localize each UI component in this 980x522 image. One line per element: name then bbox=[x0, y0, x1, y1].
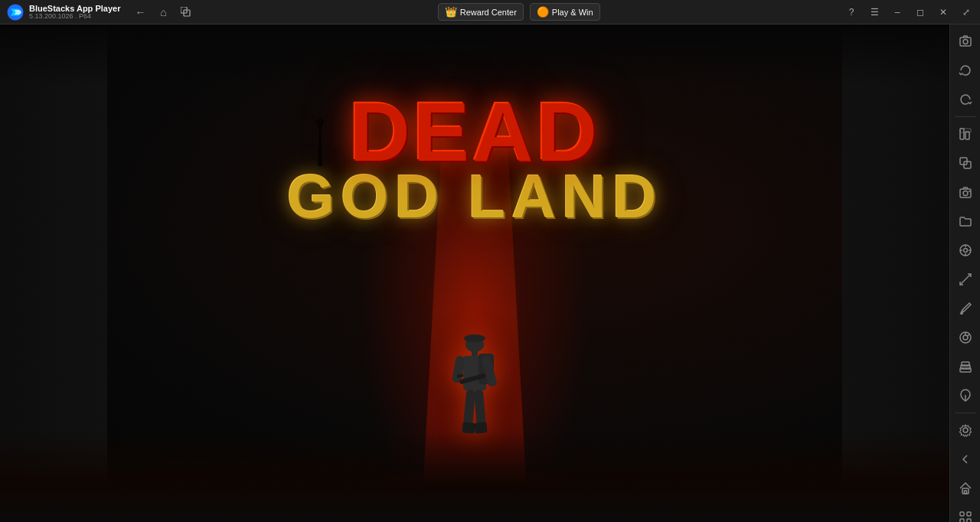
titlebar-center: 👑 Reward Center 🟠 Play & Win bbox=[197, 3, 841, 21]
folder-icon[interactable] bbox=[952, 207, 979, 235]
titlebar: BlueStacks App Player 5.13.200.1026 . P6… bbox=[0, 0, 980, 24]
play-win-label: Play & Win bbox=[552, 8, 593, 17]
soldier-silhouette bbox=[440, 331, 509, 461]
controls-icon[interactable] bbox=[952, 237, 979, 264]
svg-rect-49 bbox=[967, 519, 971, 522]
svg-point-26 bbox=[963, 191, 968, 196]
svg-rect-25 bbox=[960, 189, 971, 197]
macro-icon[interactable] bbox=[952, 324, 979, 351]
sidebar-divider-2 bbox=[955, 413, 976, 413]
help-button[interactable]: ? bbox=[841, 2, 862, 23]
svg-rect-7 bbox=[472, 351, 478, 356]
close-button[interactable]: ✕ bbox=[933, 2, 954, 23]
back-button[interactable]: ← bbox=[129, 2, 151, 23]
reward-icon: 👑 bbox=[445, 6, 457, 18]
titlebar-left: BlueStacks App Player 5.13.200.1026 . P6… bbox=[0, 3, 120, 21]
rotate-icon[interactable] bbox=[952, 57, 979, 84]
game-viewport[interactable]: DEAD GOD LAND bbox=[0, 24, 949, 522]
svg-point-33 bbox=[963, 249, 967, 253]
svg-rect-22 bbox=[960, 129, 971, 132]
svg-rect-41 bbox=[962, 362, 969, 366]
game-title: DEAD GOD LAND bbox=[283, 93, 666, 232]
settings-icon[interactable] bbox=[952, 416, 979, 444]
multiinstance-button[interactable] bbox=[175, 2, 197, 23]
sidebar-apps-icon[interactable] bbox=[952, 504, 979, 522]
home-button[interactable]: ⌂ bbox=[152, 2, 174, 23]
dead-text: DEAD bbox=[283, 93, 666, 169]
eco-icon[interactable] bbox=[952, 382, 979, 409]
stack-icon[interactable] bbox=[952, 353, 979, 380]
fullscreen-button[interactable]: ⤢ bbox=[956, 2, 977, 23]
bluestacks-logo bbox=[6, 3, 24, 21]
menu-button[interactable]: ☰ bbox=[864, 2, 885, 23]
brush-icon[interactable] bbox=[952, 295, 979, 322]
app-title-block: BlueStacks App Player 5.13.200.1026 . P6… bbox=[29, 4, 120, 21]
restore-button[interactable]: ◻ bbox=[910, 2, 931, 23]
app-version: 5.13.200.1026 . P64 bbox=[29, 13, 120, 21]
svg-rect-18 bbox=[960, 38, 971, 46]
titlebar-right: ? ☰ – ◻ ✕ ⤢ bbox=[841, 2, 980, 23]
svg-rect-46 bbox=[960, 512, 964, 516]
svg-rect-16 bbox=[462, 422, 475, 433]
rotate-cw-icon[interactable] bbox=[952, 86, 979, 113]
performance-icon[interactable] bbox=[952, 120, 979, 148]
main-area: DEAD GOD LAND bbox=[0, 24, 980, 522]
svg-line-34 bbox=[960, 274, 971, 285]
titlebar-nav: ← ⌂ bbox=[120, 2, 197, 23]
svg-rect-17 bbox=[474, 422, 487, 433]
sidebar-home-icon[interactable] bbox=[952, 475, 979, 502]
reward-center-button[interactable]: 👑 Reward Center bbox=[438, 3, 524, 21]
svg-rect-47 bbox=[967, 512, 971, 516]
svg-line-38 bbox=[967, 334, 969, 337]
play-win-icon: 🟠 bbox=[537, 6, 549, 18]
multiinstance-side-icon[interactable] bbox=[952, 149, 979, 177]
svg-point-43 bbox=[963, 428, 968, 432]
svg-point-6 bbox=[464, 334, 485, 342]
minimize-button[interactable]: – bbox=[887, 2, 908, 23]
screenshot-icon[interactable] bbox=[952, 28, 979, 55]
camera-icon[interactable] bbox=[952, 178, 979, 206]
resize-icon[interactable] bbox=[952, 266, 979, 293]
wall-top bbox=[0, 24, 949, 86]
svg-rect-45 bbox=[964, 491, 966, 494]
svg-rect-48 bbox=[960, 519, 964, 522]
sidebar-back-icon[interactable] bbox=[952, 445, 979, 473]
svg-point-19 bbox=[963, 40, 968, 44]
svg-point-27 bbox=[969, 191, 970, 192]
sidebar-divider-1 bbox=[955, 116, 976, 117]
reward-center-label: Reward Center bbox=[460, 8, 517, 17]
game-scene: DEAD GOD LAND bbox=[0, 24, 949, 522]
right-sidebar bbox=[949, 24, 980, 522]
app-title: BlueStacks App Player bbox=[29, 4, 120, 13]
play-win-button[interactable]: 🟠 Play & Win bbox=[530, 3, 600, 21]
